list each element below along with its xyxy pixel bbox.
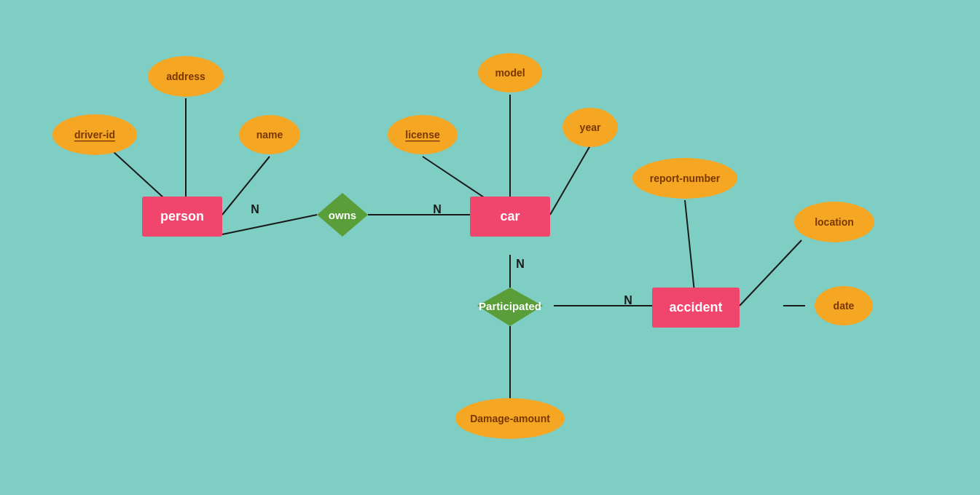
connector-location [740, 240, 801, 306]
connector-name [222, 157, 270, 215]
connector-year [550, 146, 590, 215]
attr-driver-id-label: driver-id [74, 129, 115, 140]
attr-address-label: address [166, 71, 205, 82]
cardinality-participated-accident: N [624, 294, 632, 306]
cardinality-owns-car: N [433, 203, 442, 215]
attr-report-number-label: report-number [650, 173, 721, 184]
relationship-owns-label: owns [329, 209, 356, 221]
attr-location-label: location [815, 216, 854, 228]
attr-damage-amount-label: Damage-amount [470, 413, 550, 424]
relationship-participated-label: Participated [479, 300, 541, 312]
cardinality-car-participated: N [516, 258, 525, 270]
attr-model-label: model [495, 67, 525, 79]
connector-person-owns [222, 215, 317, 234]
attr-name-label: name [256, 129, 283, 140]
attr-date-label: date [834, 300, 855, 312]
attr-license-label: license [405, 129, 440, 140]
entity-accident-label: accident [669, 300, 722, 314]
cardinality-person-owns: N [251, 203, 259, 215]
er-diagram: N N N N driver-id address name license m… [0, 0, 980, 495]
attr-year-label: year [580, 122, 601, 133]
entity-person-label: person [160, 209, 204, 223]
entity-car-label: car [500, 209, 520, 223]
